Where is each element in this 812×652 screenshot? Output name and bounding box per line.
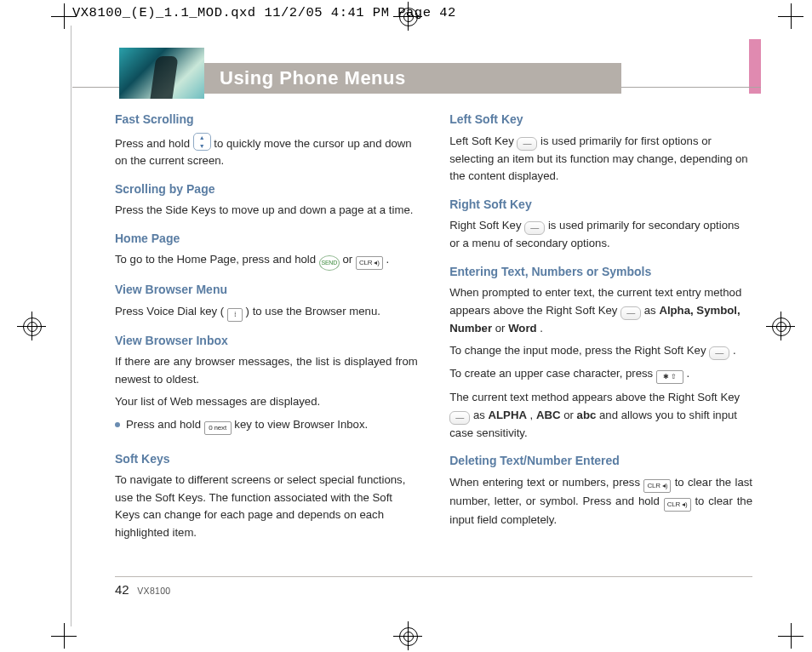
text: .: [386, 253, 389, 266]
para-fast-scrolling: Press and hold to quickly move the curso…: [115, 133, 418, 170]
heading-left-soft-key: Left Soft Key: [449, 111, 752, 129]
heading-scrolling-page: Scrolling by Page: [115, 180, 418, 199]
text: or: [342, 253, 355, 266]
para-entering-text-3: To create an upper case character, press…: [449, 365, 752, 384]
title-band: Using Phone Menus: [204, 63, 621, 94]
right-soft-key-icon: [524, 221, 545, 235]
para-right-soft-key: Right Soft Key is used primarily for sec…: [449, 217, 752, 252]
text: key to view Browser Inbox.: [234, 418, 368, 431]
heading-entering-text: Entering Text, Numbers or Symbols: [449, 263, 752, 282]
heading-right-soft-key: Right Soft Key: [449, 196, 752, 214]
bullet-icon: [115, 422, 120, 427]
para-entering-text-2: To change the input mode, press the Righ…: [449, 342, 752, 360]
para-soft-keys: To navigate to different screens or sele…: [115, 472, 418, 541]
heading-view-browser-inbox: View Browser Inbox: [115, 332, 418, 351]
text: The current text method appears above th…: [449, 391, 740, 403]
text-bold: abc: [577, 409, 597, 421]
para-scrolling-page: Press the Side Keys to move up and down …: [115, 202, 418, 219]
registration-mark-left: [17, 312, 46, 340]
voice-dial-key-icon: ⁞: [227, 308, 243, 322]
text: ) to use the Browser menu.: [246, 305, 380, 317]
crop-mark-br: [778, 623, 803, 649]
para-deleting-text: When entering text or numbers, press CLR…: [449, 474, 752, 529]
text: Press and hold: [115, 137, 193, 150]
para-home-page: To go to the Home Page, press and hold S…: [115, 251, 418, 271]
page-number: 42: [115, 582, 129, 597]
text: Press and hold: [126, 418, 204, 431]
star-shift-key-icon: ✱ ⇧: [656, 370, 683, 384]
text: Right Soft Key: [449, 219, 524, 232]
bullet-row-browser-inbox: Press and hold 0 next key to view Browse…: [115, 416, 418, 440]
crop-mark-tl: [51, 3, 77, 29]
registration-mark-top: [393, 2, 422, 31]
para-view-browser-inbox-3: Press and hold 0 next key to view Browse…: [126, 416, 368, 435]
text: Press Voice Dial key (: [115, 305, 227, 317]
para-left-soft-key: Left Soft Key is used primarily for firs…: [449, 133, 752, 186]
text: or: [563, 409, 576, 421]
text: To create an upper case character, press: [449, 367, 656, 380]
clr-key-icon: CLR ◂): [643, 479, 671, 493]
heading-view-browser-menu: View Browser Menu: [115, 281, 418, 300]
text-bold: ALPHA: [489, 409, 527, 421]
text: or: [495, 322, 508, 335]
text: ,: [530, 409, 536, 421]
text: To go to the Home Page, press and hold: [115, 253, 319, 266]
zero-key-icon: 0 next: [204, 421, 232, 435]
nav-key-icon: [193, 133, 211, 151]
bleed-guide: [71, 26, 71, 626]
column-left: Fast Scrolling Press and hold to quickly…: [115, 111, 418, 567]
heading-soft-keys: Soft Keys: [115, 450, 418, 469]
para-view-browser-inbox-1: If there are any browser messages, the l…: [115, 353, 418, 388]
text: .: [733, 344, 736, 357]
title-accent: [749, 39, 761, 94]
send-key-icon: SEND: [319, 255, 340, 271]
registration-mark-bottom: [393, 621, 422, 650]
text: as: [473, 409, 489, 421]
para-view-browser-inbox-2: Your list of Web messages are displayed.: [115, 393, 418, 410]
clr-key-icon: CLR ◂): [356, 256, 383, 270]
page: Using Phone Menus Fast Scrolling Press a…: [72, 39, 761, 601]
text-bold: Word: [508, 322, 536, 335]
page-title: Using Phone Menus: [220, 67, 406, 89]
right-soft-key-icon: [449, 411, 470, 425]
left-soft-key-icon: [517, 137, 537, 151]
text: .: [540, 322, 543, 335]
text: .: [687, 367, 690, 380]
crop-mark-tr: [778, 3, 803, 29]
text-bold: ABC: [536, 409, 561, 421]
para-entering-text-4: The current text method appears above th…: [449, 389, 752, 442]
text: When entering text or numbers, press: [449, 476, 643, 489]
title-thumbnail: [119, 48, 204, 99]
columns: Fast Scrolling Press and hold to quickly…: [115, 111, 752, 567]
heading-deleting-text: Deleting Text/Number Entered: [449, 452, 752, 471]
text: Left Soft Key: [449, 134, 517, 147]
heading-fast-scrolling: Fast Scrolling: [115, 111, 418, 129]
registration-mark-right: [766, 312, 795, 340]
right-soft-key-icon: [709, 346, 729, 360]
text: as: [644, 304, 660, 317]
para-view-browser-menu: Press Voice Dial key ( ⁞ ) to use the Br…: [115, 303, 418, 322]
crop-mark-bl: [51, 623, 77, 649]
para-entering-text-1: When prompted to enter text, the current…: [449, 284, 752, 337]
text: To change the input mode, press the Righ…: [449, 344, 709, 357]
clr-key-icon: CLR ◂): [664, 498, 691, 512]
column-right: Left Soft Key Left Soft Key is used prim…: [449, 111, 752, 567]
heading-home-page: Home Page: [115, 230, 418, 249]
model-label: VX8100: [137, 586, 170, 596]
footer-rule: [115, 576, 752, 577]
right-soft-key-icon: [620, 306, 641, 320]
footer: 42 VX8100: [115, 582, 170, 597]
